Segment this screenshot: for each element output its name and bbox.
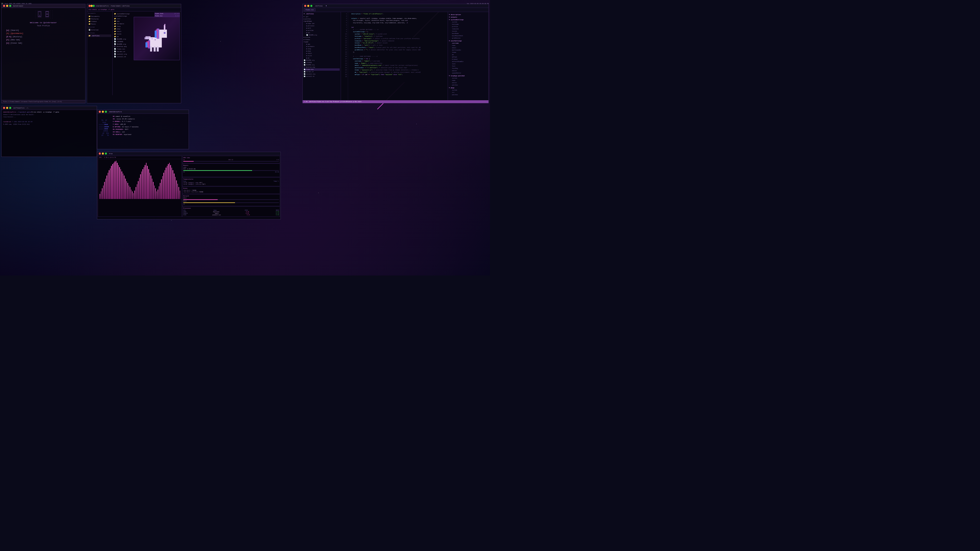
tree-flakenix[interactable]: 📄 flake.nix (304, 68, 340, 71)
viz-bar-16 (118, 165, 119, 199)
terminal-content[interactable]: emmet@snowfire:~/rapidash-galar$ nix-she… (2, 110, 97, 156)
close-btn[interactable] (3, 5, 5, 7)
fm-sidebar-dotfiles[interactable]: 📁 .dotfiles (88, 35, 111, 37)
outline-pkgs-system[interactable]: system (449, 89, 487, 91)
tree-personal[interactable]: ▶ personal (304, 25, 340, 27)
outline-bootmountpath[interactable]: bootMountPath (449, 35, 487, 37)
outline-wm[interactable]: wm (449, 54, 487, 56)
outline-grubdevice[interactable]: grubDevice (449, 37, 487, 39)
tree-readme3[interactable]: 📄 README.org (304, 64, 340, 66)
outline-pkgs-patches[interactable]: patches (449, 94, 487, 96)
tree-installog[interactable]: 📄 install.org (304, 73, 340, 75)
btop-max[interactable] (105, 152, 107, 155)
proc-pipewire[interactable]: 5150 pipewire-pu 0.1% 0.3% (183, 214, 279, 216)
outline-timezone[interactable]: timezone (449, 28, 487, 30)
btop-close[interactable] (99, 152, 101, 155)
tree-work[interactable]: ▶ work (304, 27, 340, 29)
tree-hardensh[interactable]: 📄 harden.sh (304, 71, 340, 73)
outline-name[interactable]: name (449, 44, 487, 47)
fm-sidebar-music[interactable]: 📁 Music (88, 23, 111, 25)
tree-system[interactable]: ▶ system (304, 36, 340, 38)
nf-close[interactable] (99, 111, 101, 113)
tree-shell[interactable]: ▶ shell (304, 52, 340, 55)
outline-username[interactable]: username (449, 42, 487, 44)
mem-zero-right: 0% 0% (275, 171, 279, 173)
editor-code-area[interactable]: 12345 678910 1112131415 1617181920 21222… (341, 12, 448, 102)
outline-np-name[interactable]: name (449, 79, 487, 82)
qb-menu-search[interactable]: [o] [Search] (6, 29, 81, 32)
outline-font[interactable]: font (449, 65, 487, 67)
tree-hardware[interactable]: ▶ hardware (304, 45, 340, 48)
editor-tab-flakenix[interactable]: flake.nix (304, 8, 315, 11)
editor-close[interactable] (304, 5, 306, 7)
outline-fontpkg[interactable]: fontPkg (449, 67, 487, 70)
tree-profiles[interactable]: ▼ profiles (304, 20, 340, 22)
outline-np-patches[interactable]: patches (449, 84, 487, 86)
fm-selected-flakelock[interactable]: flake.lock27.5 K (154, 13, 180, 15)
outline-browser[interactable]: browser (449, 58, 487, 60)
qb-menu-closetab[interactable]: [x] [Close tab] (6, 41, 81, 45)
outline-hostname[interactable]: hostname (449, 23, 487, 25)
outline-editor[interactable]: editor (449, 70, 487, 72)
viz-bar-38 (144, 167, 145, 199)
minimize-btn[interactable] (6, 5, 8, 7)
tree-app[interactable]: ▶ app (304, 43, 340, 45)
term-min[interactable] (6, 107, 8, 109)
tree-installsh[interactable]: 📄 install.sh (304, 75, 340, 78)
tree-license[interactable]: 📄 LICENSE (304, 62, 340, 64)
outline-term[interactable]: term (449, 63, 487, 65)
nf-packages: MA PACKAGES: 3577 (113, 128, 187, 131)
tree-readme2[interactable]: 📄 README.org (304, 59, 340, 62)
btop-min[interactable] (102, 152, 104, 155)
tree-pkgs[interactable]: ▶ pkgs (304, 50, 340, 52)
fm-sidebar-documents[interactable]: 📁 Documents (88, 15, 111, 17)
outline-pkgs-src[interactable]: src (449, 91, 487, 94)
outline-bootmode[interactable]: bootMode (449, 32, 487, 35)
fm-item-systemsettings[interactable]: 📁 systemSettings (114, 13, 152, 15)
code-content[interactable]: description = "Flake of LibrePhoenix"; o… (348, 12, 448, 102)
tree-patches[interactable]: ▶ patches (304, 18, 340, 20)
nf-min[interactable] (102, 111, 104, 113)
outline-spawneditor[interactable]: spawnEditor (449, 72, 487, 74)
tree-themes[interactable]: ▶ themes (304, 38, 340, 41)
fm-sidebar-videos[interactable]: 📁 Videos (88, 20, 111, 23)
outline-defaultroamdir[interactable]: defaultRoamDir (449, 60, 487, 63)
tree-user[interactable]: ▼ user (304, 41, 340, 43)
fm-max-btn[interactable] (93, 5, 95, 7)
qb-menu-history[interactable]: [S h] [History] (6, 35, 81, 38)
editor-max[interactable] (310, 5, 312, 7)
outline-dotfilesdir[interactable]: dotfilesDir (449, 49, 487, 51)
maximize-btn[interactable] (9, 5, 11, 7)
tree-style[interactable]: ▶ style (304, 55, 340, 57)
qb-menu-quickmarks[interactable]: [b] [Quickmarks] (6, 32, 81, 35)
tree-wsl[interactable]: ▶ wsl (304, 32, 340, 34)
editor-min[interactable] (307, 5, 309, 7)
tree-git[interactable]: ▶ .git (304, 16, 340, 18)
term-close[interactable] (3, 107, 5, 109)
outline-system[interactable]: system (449, 21, 487, 23)
outline-np-system[interactable]: system (449, 77, 487, 79)
tree-desktoppng[interactable]: 🖼 desktop.png (304, 66, 340, 68)
fm-sidebar-pictures[interactable]: 📁 Pictures (88, 17, 111, 20)
tree-wm[interactable]: ▶ wm (304, 57, 340, 59)
fm-min-btn[interactable] (91, 5, 93, 7)
tree-lang[interactable]: ▶ lang (304, 48, 340, 50)
outline-locale[interactable]: locale (449, 30, 487, 32)
fm-close-btn[interactable] (89, 5, 91, 7)
tree-readme-p[interactable]: 📄 README.org (304, 34, 340, 36)
fm-sidebar-external[interactable]: 💾 External (88, 29, 111, 31)
tree-homelab[interactable]: ▶ home lab (304, 22, 340, 25)
outline-np-editor[interactable]: editor (449, 82, 487, 84)
code-line-8: # ----- SYSTEM SETTINGS ---- # (350, 29, 446, 31)
qb-menu-newtab[interactable]: [t] [New tab] (6, 38, 81, 41)
outline-email[interactable]: email (449, 47, 487, 49)
outline-profile[interactable]: profile (449, 25, 487, 28)
term-max[interactable] (9, 107, 11, 109)
term-line-3: /nix/store/... (3, 116, 95, 118)
code-line-24: email = "emmet@librephoenix.com"; # emai… (350, 65, 446, 67)
outline-theme[interactable]: theme (449, 51, 487, 54)
tree-worklab[interactable]: ▶ worklab (304, 29, 340, 32)
nf-max[interactable] (105, 111, 107, 113)
viz-bar-14 (116, 161, 117, 199)
outline-wmtype[interactable]: wmType (449, 56, 487, 58)
